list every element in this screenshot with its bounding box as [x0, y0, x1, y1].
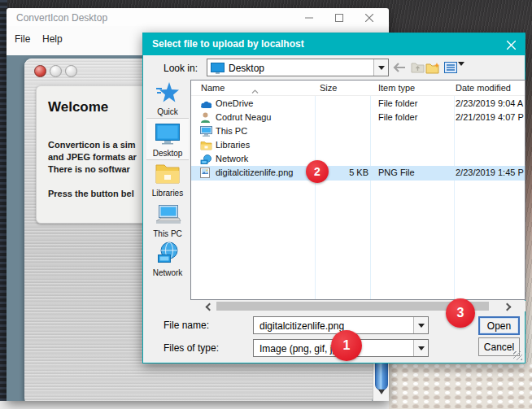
dialog-title: Select file to upload by localhost [152, 38, 304, 50]
header-date-modified[interactable]: Date modified [456, 83, 511, 93]
traffic-light-close-icon[interactable] [34, 65, 46, 77]
welcome-line-4: Press the button bel [48, 189, 134, 198]
sidebar-item-network[interactable]: Network [146, 241, 189, 277]
computer-icon [200, 125, 212, 137]
up-folder-icon[interactable] [410, 60, 425, 75]
welcome-line-2: and JPEG formats ar [48, 152, 137, 162]
scroll-left-icon[interactable] [205, 302, 213, 311]
close-icon[interactable] [359, 11, 380, 24]
scroll-right-icon[interactable] [503, 302, 511, 311]
app-titlebar[interactable]: ConvertIcon Desktop [7, 8, 389, 27]
list-row-user-folder[interactable]: Codrut Neagu File folder 2/21/2019 4:07 … [191, 111, 525, 124]
sidebar-item-label: Libraries [146, 189, 189, 198]
header-item-type[interactable]: Item type [378, 83, 415, 93]
look-in-label: Look in: [164, 63, 198, 74]
view-menu-caret-icon[interactable] [458, 66, 464, 80]
header-name[interactable]: Name [201, 83, 225, 93]
this-pc-icon [154, 214, 181, 228]
libraries-folder-icon [155, 173, 181, 187]
quick-access-star-icon [155, 92, 180, 106]
menu-help[interactable]: Help [42, 33, 63, 45]
desktop: ConvertIcon Desktop File Help Welcome [0, 0, 532, 409]
app-window-bottom-edge [0, 401, 389, 409]
view-menu-icon[interactable] [443, 60, 458, 75]
resize-grip[interactable] [513, 351, 522, 360]
file-list: Name Size Item type Date modified OneDri… [190, 80, 525, 300]
header-size[interactable]: Size [320, 83, 337, 93]
new-folder-icon[interactable] [425, 60, 440, 75]
list-header-row: Name Size Item type Date modified [191, 80, 525, 96]
sidebar-item-libraries[interactable]: Libraries [146, 163, 189, 198]
sidebar-item-label: Desktop [146, 149, 189, 158]
welcome-heading: Welcome [48, 99, 108, 115]
desktop-monitor-icon [211, 63, 225, 76]
file-name-label: File name: [164, 320, 209, 331]
menu-file[interactable]: File [15, 33, 30, 45]
app-window-title: ConvertIcon Desktop [16, 12, 107, 24]
open-button[interactable]: Open [478, 316, 520, 335]
sidebar-item-label: Network [146, 268, 189, 277]
maximize-icon[interactable] [329, 11, 350, 24]
onedrive-cloud-icon [200, 98, 212, 109]
welcome-line-3: There is no softwar [48, 164, 130, 174]
list-row-this-pc[interactable]: This PC [191, 124, 525, 138]
file-name-value: digitalcitizenlife.png [259, 320, 344, 332]
sidebar-item-label: This PC [146, 229, 189, 238]
horizontal-scrollbar[interactable] [190, 301, 525, 311]
sidebar-item-desktop[interactable]: Desktop [146, 118, 189, 160]
list-row-libraries[interactable]: Libraries [191, 138, 525, 152]
list-row-network[interactable]: Network [191, 152, 525, 166]
desktop-wallpaper-knit-texture [389, 363, 532, 409]
dropdown-arrow-icon[interactable] [413, 340, 428, 356]
look-in-dropdown[interactable]: Desktop [207, 59, 389, 76]
user-folder-icon [200, 111, 212, 123]
annotation-badge-3: 3 [446, 298, 475, 328]
back-arrow-icon[interactable] [392, 60, 407, 75]
dropdown-arrow-icon[interactable] [413, 317, 428, 333]
sort-ascending-icon [251, 82, 259, 97]
traffic-light-zoom-icon[interactable] [65, 65, 77, 77]
list-row-digitalcitizenlife-selected[interactable]: digitalcitizenlife.png 5 KB PNG File 2/2… [191, 166, 525, 181]
welcome-line-1: Converticon is a sim [48, 140, 136, 150]
annotation-badge-2: 2 [306, 160, 329, 183]
png-image-icon [200, 167, 212, 178]
network-icon [200, 153, 212, 164]
scroll-down-icon[interactable] [373, 386, 389, 398]
files-of-type-label: Files of type: [164, 342, 219, 354]
dropdown-arrow-icon[interactable] [373, 59, 388, 76]
list-row-onedrive[interactable]: OneDrive File folder 2/23/2019 9:04 A [191, 97, 525, 111]
annotation-badge-1: 1 [331, 330, 362, 361]
look-in-value: Desktop [229, 63, 264, 74]
dialog-titlebar[interactable]: Select file to upload by localhost [143, 33, 525, 55]
sidebar-item-this-pc[interactable]: This PC [146, 204, 189, 238]
desktop-monitor-icon [146, 123, 189, 148]
folder-icon [200, 139, 212, 150]
minimize-icon[interactable] [299, 11, 320, 24]
close-icon[interactable] [504, 37, 518, 52]
network-globe-icon [155, 253, 181, 267]
traffic-light-minimize-icon[interactable] [50, 65, 62, 77]
